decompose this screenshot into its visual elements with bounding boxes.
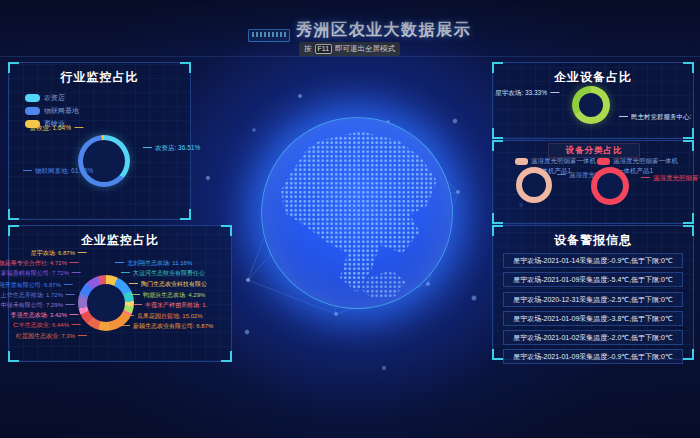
enterprise-panel-title: 企业监控占比: [9, 226, 231, 249]
chart-label: 翔开发有限公司: 6.87%: [0, 282, 73, 289]
dashboard: 秀洲区农业大数据展示 按 F11 即可退出全屏模式 行业监控占比 农资店 物联网…: [0, 0, 700, 438]
chart-label: 大运河生态牧业有限责任公: [121, 270, 205, 277]
alarm-row: 星宇农场-2021-01-09采集温度:-5.4℃,低于下限:0℃: [503, 272, 683, 287]
legend-swatch: [515, 158, 528, 165]
header-divider: [0, 56, 700, 57]
classify-title: 设备分类占比: [548, 143, 640, 158]
chart-label: 星宇农场: 6.87%: [31, 250, 87, 257]
alarm-row: 星宇农场-2020-12-31采集温度:-2.5℃,低于下限:0℃: [503, 292, 683, 307]
legend-item[interactable]: 物联网基地: [25, 104, 79, 117]
legend-label: 温湿度光照烟雾一体机: [613, 157, 678, 166]
chart-label: 陶门生态农业科技有限公: [129, 281, 207, 288]
chart-label: 物联网基地: 61.85%: [23, 167, 93, 175]
chart-label: 红莲园生态农业: 7.3%: [16, 333, 87, 340]
legend-item[interactable]: 农资店: [25, 91, 79, 104]
chart-label: 瓜果花园自留地: 15.02%: [125, 313, 203, 320]
enterprise-monitor-panel: 企业监控占比 星宇农场: 6.87%红旗蔬菜专业合作社: 4.72%家福香糕有限…: [8, 225, 232, 362]
chart-label: 农资店: 36.51%: [143, 144, 200, 152]
toast-prefix: 按: [304, 44, 312, 54]
legend-label: 温湿度光照烟雾一体机: [531, 157, 596, 166]
alarm-panel-title: 设备警报信息: [493, 226, 693, 249]
chart-label: 仁丰生态农业: 6.44%: [13, 322, 81, 329]
page-title: 秀洲区农业大数据展示: [296, 20, 471, 41]
donut-hole: [522, 173, 546, 197]
chart-label: 新颖生态农业有限公司: 6.87%: [121, 323, 213, 330]
chart-label: 畜牧业: 1.64%: [29, 124, 83, 132]
donut-hole: [579, 93, 603, 117]
classify-donut-left[interactable]: [516, 167, 552, 203]
donut-hole: [87, 284, 125, 322]
legend-label: 农资店: [44, 93, 65, 103]
legend-label: 物联网基地: [44, 106, 79, 116]
legend-swatch: [597, 158, 610, 165]
device-donut-chart[interactable]: [572, 86, 610, 124]
classify-legend-right[interactable]: 温湿度光照烟雾一体机: [597, 157, 678, 166]
classify-legend-left[interactable]: 温湿度光照烟雾一体机: [515, 157, 596, 166]
device-ratio-panel: 企业设备占比 星宇农场: 33.33%民主村党群服务中心:: [492, 62, 694, 139]
chart-label: 红旗蔬菜专业合作社: 4.72%: [0, 260, 79, 267]
device-panel-title: 企业设备占比: [493, 63, 693, 86]
device-alarm-panel: 设备警报信息 星宇农场-2021-01-14采集温度:-0.9℃,低于下限:0℃…: [492, 225, 694, 360]
chart-label: 丰霞水产种苗养殖场: 1.: [133, 302, 207, 309]
globe: [226, 82, 486, 342]
alarm-row: 星宇农场-2021-01-14采集温度:-0.9℃,低于下限:0℃: [503, 253, 683, 268]
chart-label: 民主村党群服务中心:: [619, 113, 691, 121]
chart-label: 中绿禾有限公司: 7.29%: [1, 302, 75, 309]
chart-label: 上华生态养殖场: 1.72%: [1, 292, 75, 299]
donut-hole: [597, 173, 623, 199]
classify-donut-right[interactable]: [591, 167, 629, 205]
toast-suffix: 即可退出全屏模式: [335, 44, 395, 54]
chart-label: 鸭塘浜生态农场: 4.29%: [131, 292, 205, 299]
donut-hole: [83, 140, 125, 182]
alarm-list: 星宇农场-2021-01-14采集温度:-0.9℃,低于下限:0℃星宇农场-20…: [503, 253, 683, 369]
legend-swatch: [25, 94, 40, 102]
chart-label: 温湿度光照烟雾一: [641, 174, 700, 182]
header-logo-badge: [248, 29, 290, 42]
industry-monitor-panel: 行业监控占比 农资店 物联网基地 畜牧业 畜牧业: 1.64%农资店: 36.5…: [8, 62, 191, 220]
chart-label: 北刘翔生态农场: 11.16%: [115, 260, 192, 267]
chart-label: 李强生态农场: 3.42%: [11, 312, 79, 319]
chart-label: 星宇农场: 33.33%: [495, 89, 559, 97]
f11-key-badge: F11: [315, 44, 333, 54]
alarm-row: 星宇农场-2021-01-09采集温度:-3.8℃,低于下限:0℃: [503, 311, 683, 326]
legend-swatch: [25, 107, 40, 115]
chart-label: 家福香糕有限公司: 7.72%: [1, 270, 81, 277]
globe-sphere: [261, 117, 453, 309]
industry-panel-title: 行业监控占比: [9, 63, 190, 86]
industry-donut-chart[interactable]: [78, 135, 130, 187]
fullscreen-toast: 按 F11 即可退出全屏模式: [299, 42, 400, 56]
alarm-row: 星宇农场-2021-01-02采集温度:-2.0℃,低于下限:0℃: [503, 330, 683, 345]
alarm-row: 星宇农场-2021-01-09采集温度:-0.9℃,低于下限:0℃: [503, 349, 683, 364]
globe-continent-dots: [262, 118, 452, 308]
device-classify-panel: 设备分类占比 温湿度光照烟雾一体机 一体机产品1 温湿度光照烟雾一 温湿度光照烟…: [492, 140, 694, 224]
